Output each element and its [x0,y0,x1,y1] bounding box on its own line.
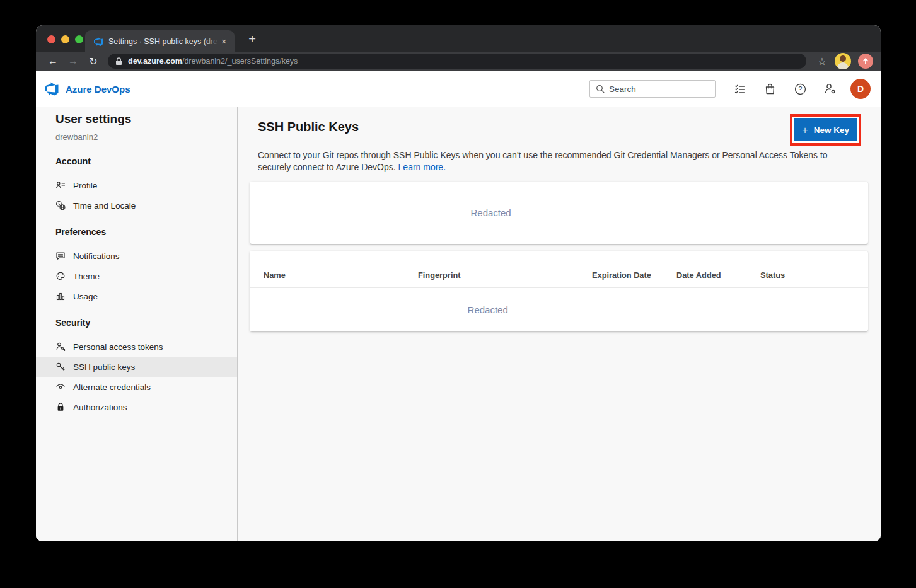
sidebar-item-notifications[interactable]: Notifications [36,246,237,266]
sidebar-item-label: Time and Locale [73,201,136,210]
azure-devops-app: Azure DevOps ? [36,71,881,541]
address-bar[interactable]: dev.azure.com/drewbanin2/_usersSettings/… [108,54,806,69]
reload-icon[interactable]: ↻ [85,54,101,69]
help-icon[interactable]: ? [785,78,815,100]
sidebar-item-label: Notifications [73,251,120,261]
lock-icon [115,57,122,66]
brand-title[interactable]: Azure DevOps [66,84,130,95]
column-header-expiration-date: Expiration Date [592,270,676,280]
column-header-status: Status [760,270,868,280]
zoom-window-button[interactable] [75,35,83,43]
page-title: SSH Public Keys [258,118,868,135]
notifications-icon [55,251,66,261]
user-avatar[interactable]: D [850,79,871,99]
new-key-button-label: New Key [814,125,849,135]
sidebar-item-alternate-credentials[interactable]: Alternate credentials [36,377,237,397]
tab-favicon-azure-devops-icon [93,37,103,47]
section-title-account: Account [55,155,237,168]
search-icon [596,84,605,93]
back-icon[interactable]: ← [45,54,61,69]
sidebar-item-personal-access-tokens[interactable]: Personal access tokens [36,337,237,357]
sidebar-item-label: Profile [73,181,97,190]
browser-profile-avatar[interactable] [835,53,851,69]
settings-sidebar: User settings drewbanin2 Account Profile [36,107,238,541]
sidebar-org-name: drewbanin2 [55,132,237,142]
sidebar-item-ssh-public-keys[interactable]: SSH public keys [36,357,237,377]
personal-access-tokens-icon [55,342,66,352]
azure-devops-logo-icon[interactable] [44,81,59,96]
close-window-button[interactable] [47,35,55,43]
sidebar-item-label: SSH public keys [73,362,135,372]
sidebar-item-theme[interactable]: Theme [36,266,237,286]
sidebar-item-label: Authorizations [73,403,127,412]
time-locale-icon [55,200,66,210]
sidebar-item-usage[interactable]: Usage [36,286,237,306]
window-controls [47,35,83,43]
browser-tab[interactable]: Settings · SSH public keys (dre × [85,30,235,52]
authorizations-lock-icon [55,402,66,412]
ssh-keys-table-card: Name Fingerprint Expiration Date Date Ad… [250,251,868,331]
bookmark-star-icon[interactable]: ☆ [818,55,826,67]
sidebar-item-time-and-locale[interactable]: Time and Locale [36,195,237,216]
table-header-row: Name Fingerprint Expiration Date Date Ad… [250,251,868,288]
sidebar-title: User settings [55,112,237,127]
sidebar-item-authorizations[interactable]: Authorizations [36,397,237,417]
search-box[interactable] [589,80,716,98]
sidebar-item-profile[interactable]: Profile [36,175,237,195]
main-content: SSH Public Keys + New Key Connect to you… [238,107,881,541]
screenshot-stage: Settings · SSH public keys (dre × + ← → … [0,0,916,588]
column-header-date-added: Date Added [676,270,760,280]
browser-tabstrip: Settings · SSH public keys (dre × + [36,25,881,52]
section-title-security: Security [55,316,237,329]
redacted-placeholder: Redacted [470,207,511,218]
browser-toolbar: ← → ↻ dev.azure.com/drewbanin2/_usersSet… [36,52,881,71]
search-input[interactable] [609,84,709,94]
tab-title-fade [204,37,218,46]
plus-icon: + [802,125,808,135]
tab-title: Settings · SSH public keys (dre [108,37,218,46]
theme-palette-icon [55,271,66,281]
marketplace-bag-icon[interactable] [755,78,785,100]
profile-icon [55,180,66,190]
column-header-fingerprint: Fingerprint [418,270,592,280]
ssh-key-form-card: Redacted [250,182,868,244]
forward-icon: → [65,54,81,69]
minimize-window-button[interactable] [61,35,69,43]
sidebar-item-label: Alternate credentials [73,383,151,392]
svg-text:?: ? [798,85,802,93]
new-tab-button[interactable]: + [244,31,260,47]
avatar-body-shape [837,62,849,69]
annotation-highlight-box: + New Key [790,114,861,146]
redacted-placeholder: Redacted [468,304,508,315]
browser-window: Settings · SSH public keys (dre × + ← → … [36,25,881,541]
browser-update-icon[interactable] [858,54,873,69]
avatar-head-shape [840,55,846,62]
backlog-list-icon[interactable] [724,78,755,100]
sidebar-item-label: Usage [73,292,98,301]
tab-close-icon[interactable]: × [218,36,229,47]
learn-more-link[interactable]: Learn more. [398,162,446,172]
alternate-credentials-eye-icon [55,382,66,392]
user-settings-gear-icon[interactable] [815,78,845,100]
column-header-name: Name [264,270,418,280]
app-header: Azure DevOps ? [36,71,881,107]
ssh-key-icon [55,362,66,372]
sidebar-item-label: Personal access tokens [73,342,163,352]
new-key-button[interactable]: + New Key [794,118,857,141]
url-text: dev.azure.com/drewbanin2/_usersSettings/… [128,57,298,66]
app-body: User settings drewbanin2 Account Profile [36,107,881,541]
sidebar-item-label: Theme [73,272,100,281]
table-body: Redacted [250,288,868,331]
page-description: Connect to your Git repos through SSH Pu… [258,149,849,173]
section-title-preferences: Preferences [55,226,237,238]
usage-barchart-icon [55,291,66,301]
